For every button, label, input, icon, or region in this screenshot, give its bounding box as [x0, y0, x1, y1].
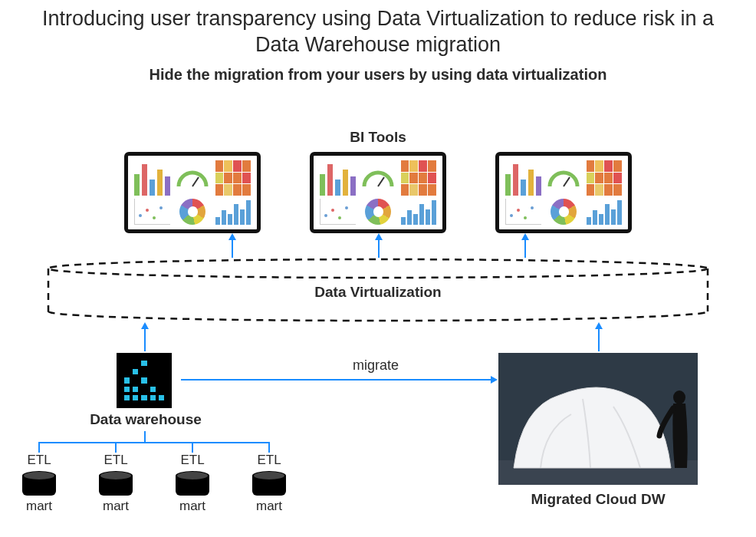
mart-label: mart — [166, 499, 219, 514]
migrate-arrow-icon — [181, 379, 491, 381]
svg-line-0 — [192, 177, 199, 186]
etl-label: ETL — [12, 453, 66, 468]
database-cylinder-icon — [176, 471, 209, 496]
data-virtualization-label: Data Virtualization — [0, 284, 756, 301]
svg-point-6 — [673, 390, 685, 404]
migrated-cloud-dw-label: Migrated Cloud DW — [498, 491, 698, 508]
mart-label: mart — [89, 499, 143, 514]
diagram-title: Introducing user transparency using Data… — [0, 0, 756, 58]
bi-tools-row — [0, 152, 756, 233]
etl-mart-column: ETL mart — [166, 453, 219, 514]
bi-dashboard-icon — [310, 152, 446, 233]
database-cylinder-icon — [22, 471, 56, 496]
arrow-up-icon — [378, 239, 380, 258]
data-warehouse-label: Data warehouse — [69, 411, 222, 428]
etl-mart-column: ETL mart — [12, 453, 66, 514]
bi-tools-label: BI Tools — [0, 129, 756, 146]
etl-mart-column: ETL mart — [89, 453, 143, 514]
migrate-label: migrate — [322, 357, 429, 374]
etl-mart-tree: ETL mart ETL mart ETL mart ETL mart — [23, 431, 330, 531]
arrow-up-icon — [232, 239, 233, 258]
mart-label: mart — [12, 499, 66, 514]
covered-car-photo-icon — [498, 353, 698, 485]
database-cylinder-icon — [252, 471, 286, 496]
etl-label: ETL — [166, 453, 219, 468]
svg-point-3 — [48, 259, 708, 278]
data-warehouse-icon — [117, 353, 172, 408]
diagram-subtitle: Hide the migration from your users by us… — [0, 66, 756, 84]
etl-mart-column: ETL mart — [242, 453, 296, 514]
database-cylinder-icon — [99, 471, 133, 496]
bi-dashboard-icon — [495, 152, 632, 233]
arrow-up-icon — [598, 328, 600, 351]
etl-label: ETL — [89, 453, 143, 468]
etl-label: ETL — [242, 453, 296, 468]
mart-label: mart — [242, 499, 296, 514]
svg-line-1 — [378, 177, 384, 186]
svg-line-2 — [564, 177, 570, 186]
bi-dashboard-icon — [124, 152, 261, 233]
arrow-up-icon — [144, 328, 146, 351]
arrow-up-icon — [524, 239, 526, 258]
